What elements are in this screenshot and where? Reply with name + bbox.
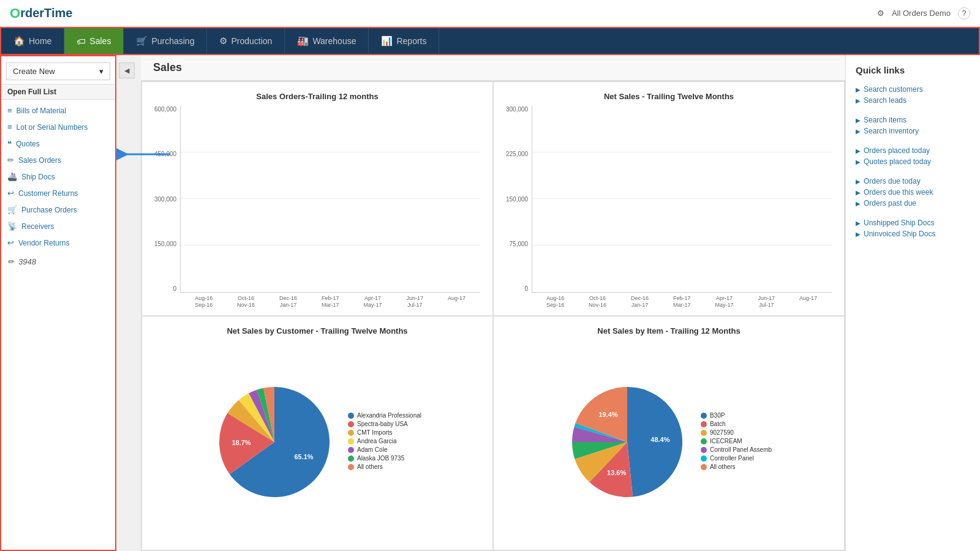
y-label: 0: [173, 285, 177, 292]
pie-wrapper-pie2: 48.4%13.6%19.4%B30PBatch9027590ICECREAMC…: [506, 340, 832, 544]
quick-link-item[interactable]: ▶Search customers: [856, 84, 970, 95]
nav-icon-sales: 🏷: [77, 36, 86, 47]
quick-links-group-4: ▶Unshipped Ship Docs▶Uninvoiced Ship Doc…: [856, 217, 970, 239]
quick-link-item[interactable]: ▶Orders placed today: [856, 145, 970, 156]
sidebar-item-sales-orders[interactable]: ✏Sales Orders: [1, 152, 115, 168]
ql-arrow-icon: ▶: [856, 148, 861, 154]
ql-label: Quotes placed today: [864, 157, 931, 166]
legend-item: Andrea Garcia: [348, 438, 421, 444]
legend-item: ICECREAM: [701, 438, 772, 444]
sidebar-item-quotes[interactable]: ❝Quotes: [1, 135, 115, 152]
create-new-label: Create New: [13, 67, 55, 76]
nav-item-production[interactable]: ⚙Production: [207, 28, 285, 54]
sidebar-list: ≡Bills of Material≡Lot or Serial Numbers…: [1, 100, 115, 253]
main-layout: Create New ▾ Open Full List ≡Bills of Ma…: [0, 55, 980, 551]
user-label[interactable]: All Orders Demo: [892, 9, 951, 18]
sidebar-item-receivers[interactable]: 📡Receivers: [1, 218, 115, 234]
legend-dot: [348, 430, 354, 436]
legend-label: CMT Imports: [357, 429, 393, 436]
sidebar-item-purchase-orders[interactable]: 🛒Purchase Orders: [1, 201, 115, 218]
create-new-button[interactable]: Create New ▾: [6, 62, 110, 80]
ql-label: Orders past due: [864, 199, 916, 208]
pie-label: 65.1%: [294, 453, 313, 460]
charts-grid: Sales Orders-Trailing 12 months600,00045…: [141, 81, 845, 551]
quick-link-item[interactable]: ▶Orders past due: [856, 198, 970, 209]
y-label: 225,000: [506, 151, 528, 157]
sidebar-item-vendor-returns[interactable]: ↩Vendor Returns: [1, 234, 115, 251]
nav-bar: 🏠Home🏷Sales🛒Purchasing⚙Production🏭Wareho…: [0, 27, 980, 55]
nav-item-purchasing[interactable]: 🛒Purchasing: [124, 28, 207, 54]
y-label: 0: [525, 285, 529, 292]
y-label: 600,000: [154, 106, 176, 113]
quick-links-group-3: ▶Orders due today▶Orders due this week▶O…: [856, 176, 970, 209]
ql-arrow-icon: ▶: [856, 178, 861, 185]
legend-item: Alaska JOB 9735: [348, 455, 421, 462]
bar-chart-area-bar2: 300,000225,000150,00075,0000Aug-16 Sep-1…: [506, 106, 832, 309]
legend-dot: [701, 430, 707, 436]
quick-link-item[interactable]: ▶Uninvoiced Ship Docs: [856, 228, 970, 239]
quick-links-group-0: ▶Search customers▶Search leads: [856, 84, 970, 106]
legend-dot: [701, 464, 707, 470]
collapse-sidebar-button[interactable]: ◀: [119, 62, 135, 78]
chart-title-bar2: Net Sales - Trailing Twelve Months: [506, 92, 832, 101]
chart-box-pie2: Net Sales by Item - Trailing 12 Months48…: [494, 317, 844, 550]
ql-label: Orders due this week: [864, 188, 933, 197]
legend-dot: [701, 413, 707, 419]
grid-line: [532, 152, 832, 152]
legend-dot: [348, 447, 354, 453]
legend-dot: [348, 413, 354, 419]
quick-link-item[interactable]: ▶Unshipped Ship Docs: [856, 217, 970, 228]
pie-label: 13.6%: [607, 469, 626, 476]
x-label: Aug-16 Sep-16: [546, 295, 564, 309]
legend-item: CMT Imports: [348, 429, 421, 436]
ql-label: Search inventory: [864, 127, 919, 135]
nav-label-home: Home: [29, 36, 51, 46]
legend-label: Alaska JOB 9735: [357, 455, 404, 462]
legend-dot: [348, 455, 354, 462]
legend-dot: [348, 438, 354, 444]
legend-label: Controller Panel: [710, 455, 754, 462]
sidebar-icon-receivers: 📡: [7, 222, 17, 231]
x-label: Jun-17 Jul-17: [407, 295, 424, 309]
quick-link-item[interactable]: ▶Quotes placed today: [856, 156, 970, 167]
nav-item-reports[interactable]: 📊Reports: [369, 28, 439, 54]
sidebar-item-ship-docs[interactable]: 🚢Ship Docs: [1, 168, 115, 185]
gear-icon[interactable]: ⚙: [877, 9, 884, 18]
x-label: Jun-17 Jul-17: [758, 295, 775, 309]
sidebar-icon-lot-serial: ≡: [7, 122, 12, 132]
sidebar-label-bom: Bills of Material: [17, 107, 66, 115]
quick-link-item[interactable]: ▶Search items: [856, 114, 970, 126]
ql-label: Search leads: [864, 96, 907, 105]
nav-item-sales[interactable]: 🏷Sales: [64, 28, 124, 54]
legend-dot: [701, 438, 707, 444]
chart-box-bar2: Net Sales - Trailing Twelve Months300,00…: [494, 82, 844, 315]
nav-item-home[interactable]: 🏠Home: [1, 28, 64, 54]
y-label: 150,000: [506, 196, 528, 203]
y-label: 150,000: [154, 241, 176, 247]
pie-svg-pie1: 65.1%18.7%: [213, 381, 336, 503]
nav-item-warehouse[interactable]: 🏭Warehouse: [285, 28, 369, 54]
nav-label-warehouse: Warehouse: [312, 36, 356, 46]
chart-title-pie1: Net Sales by Customer - Trailing Twelve …: [154, 326, 480, 335]
sidebar-icon-quotes: ❝: [7, 139, 12, 148]
sidebar-icon-vendor-returns: ↩: [7, 238, 14, 247]
quick-links-content: ▶Search customers▶Search leads▶Search it…: [856, 84, 970, 239]
x-labels-bar2: Aug-16 Sep-16Oct-16 Nov-16Dec-16 Jan-17F…: [532, 295, 832, 309]
quick-link-item[interactable]: ▶Orders due today: [856, 176, 970, 187]
sidebar-label-vendor-returns: Vendor Returns: [18, 239, 69, 247]
legend-label: Adam Cole: [357, 446, 387, 453]
ql-label: Search items: [864, 116, 907, 124]
quick-link-item[interactable]: ▶Search leads: [856, 95, 970, 106]
sidebar-item-lot-serial[interactable]: ≡Lot or Serial Numbers: [1, 119, 115, 135]
quick-link-item[interactable]: ▶Search inventory: [856, 126, 970, 137]
top-bar: OrderTime ⚙ All Orders Demo ?: [0, 0, 980, 27]
sidebar-item-customer-returns[interactable]: ↩Customer Returns: [1, 185, 115, 201]
sidebar-item-bom[interactable]: ≡Bills of Material: [1, 102, 115, 119]
pie-label: 18.7%: [232, 439, 251, 446]
ql-arrow-icon: ▶: [856, 117, 861, 124]
legend-label: Controll Panel Assemb: [710, 446, 772, 453]
sidebar-label-receivers: Receivers: [21, 222, 54, 231]
open-full-list-button[interactable]: Open Full List: [1, 84, 115, 100]
help-button[interactable]: ?: [958, 7, 970, 20]
quick-link-item[interactable]: ▶Orders due this week: [856, 187, 970, 198]
